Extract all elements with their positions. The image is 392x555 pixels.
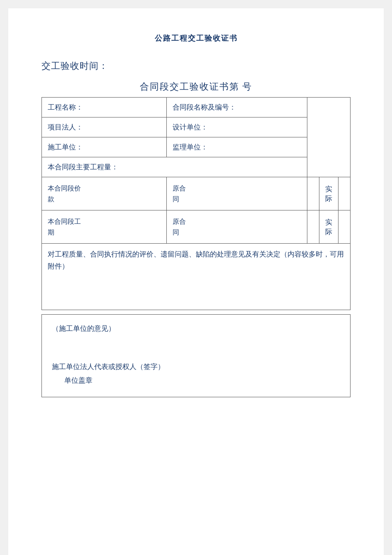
table-row-evaluation: 对工程质量、合同执行情况的评价、遗留问题、缺陷的处理意见及有关决定（内容较多时，… — [42, 244, 351, 310]
table-row-contract-period: 本合同段工 期 原合 同 实际 — [42, 210, 351, 244]
cell-period-original-value — [307, 210, 319, 244]
table-row-contract-price: 本合同段价 款 原合 同 实际 — [42, 177, 351, 210]
cell-period-actual-value — [338, 210, 350, 244]
cell-period-actual-label: 实际 — [319, 210, 338, 244]
cell-price-label: 本合同段价 款 — [42, 177, 167, 210]
table-row-project-name: 工程名称： 合同段名称及编号： — [42, 98, 351, 117]
table-row-legal-person: 项目法人： 设计单位： — [42, 117, 351, 137]
cell-period-label: 本合同段工 期 — [42, 210, 167, 244]
main-table: 工程名称： 合同段名称及编号： 项目法人： 设计单位： 施工单位： 监理单位： … — [41, 97, 351, 310]
cell-construction-unit: 施工单位： — [42, 137, 167, 157]
cell-main-works: 本合同段主要工程量： — [42, 157, 307, 177]
acceptance-time-label: 交工验收时间： — [41, 60, 351, 72]
cell-supervision-unit: 监理单位： — [167, 137, 307, 157]
cell-project-name: 工程名称： — [42, 98, 167, 117]
cell-price-original-label: 原合 同 — [167, 177, 307, 210]
cell-price-actual-value — [338, 177, 350, 210]
document-page: 公路工程交工验收证书 交工验收时间： 合同段交工验收证书第 号 工程名称： 合同… — [8, 8, 384, 555]
table-row-main-works: 本合同段主要工程量： — [42, 157, 351, 177]
construction-opinion-label: （施工单位的意见） — [52, 322, 340, 335]
bottom-section: （施工单位的意见） 施工单位法人代表或授权人（签字） 单位盖章 — [41, 314, 351, 397]
cell-legal-person: 项目法人： — [42, 117, 167, 137]
cell-contract-name: 合同段名称及编号： — [167, 98, 307, 117]
cell-design-unit: 设计单位： — [167, 117, 307, 137]
signature-label: 施工单位法人代表或授权人（签字） — [52, 360, 340, 374]
cell-period-original-label: 原合 同 — [167, 210, 307, 244]
cert-header: 合同段交工验收证书第 号 — [41, 81, 351, 93]
seal-label: 单位盖章 — [64, 374, 340, 387]
cell-price-actual-label: 实际 — [319, 177, 338, 210]
cell-evaluation: 对工程质量、合同执行情况的评价、遗留问题、缺陷的处理意见及有关决定（内容较多时，… — [42, 244, 351, 310]
table-row-construction-unit: 施工单位： 监理单位： — [42, 137, 351, 157]
cell-price-original-value — [307, 177, 319, 210]
document-title: 公路工程交工验收证书 — [41, 33, 351, 43]
